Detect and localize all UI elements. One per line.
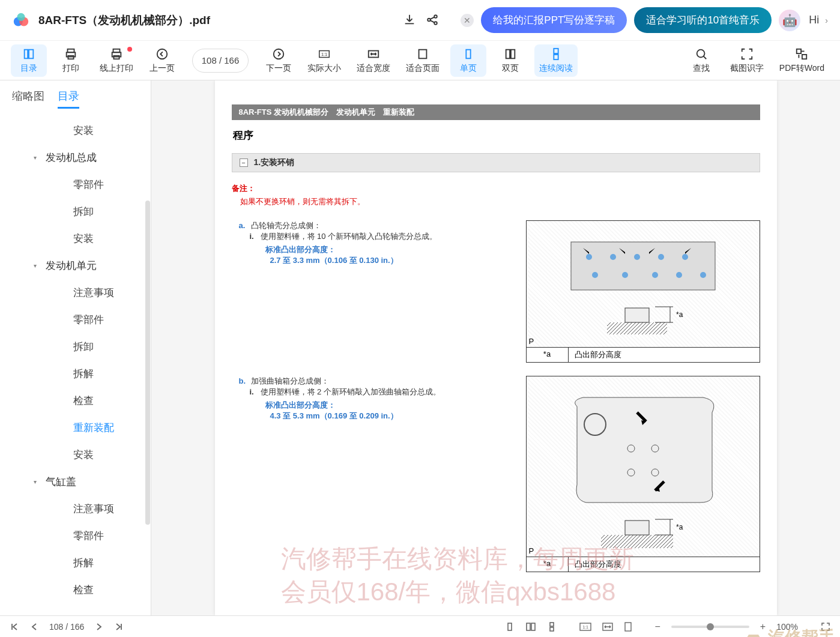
single-page-icon [462,47,475,61]
find-button[interactable]: 查找 [683,44,719,77]
sb-fit-page-icon[interactable] [624,622,632,632]
toc-group-item[interactable]: ▾气缸盖 [0,468,151,495]
promo-area: ✕ 给我的汇报PPT写份逐字稿 适合学习听的10首纯音乐 🤖 Hi › [461,7,828,33]
app-logo [12,11,30,29]
procedure-title: 程序 [233,128,759,142]
sb-actual-size-icon[interactable]: 1:1 [579,623,591,631]
sb-double-page-icon[interactable] [525,622,536,632]
toc-item-label: 安装 [73,232,94,246]
zoom-out-button[interactable]: − [655,621,660,632]
online-print-button[interactable]: 线上打印 [95,44,138,77]
promo-close-button[interactable]: ✕ [461,14,474,27]
collapse-icon[interactable]: − [240,158,248,167]
toc-item[interactable]: 拆卸 [0,198,151,225]
svg-point-38 [700,272,706,278]
page-banner: 8AR-FTS 发动机机械部分 发动机单元 重新装配 [232,104,760,120]
single-page-button[interactable]: 单页 [450,44,486,77]
toc-item[interactable]: 零部件 [0,306,151,333]
pdf-to-word-button[interactable]: PDF转Word [775,44,829,77]
convert-icon [795,47,808,61]
fit-width-button[interactable]: 适合宽度 [352,44,395,77]
toc-item[interactable]: 零部件 [0,171,151,198]
tab-toc[interactable]: 目录 [58,89,79,109]
prev-page-button[interactable]: 上一页 [144,44,180,77]
last-page-button[interactable] [114,622,124,632]
substep-a-text: a.凸轮轴壳分总成侧： i.使用塑料锤，将 10 个新环销敲入凸轮轴壳分总成。 … [232,220,514,363]
sb-continuous-icon[interactable] [547,622,557,632]
toc-item[interactable]: 检查 [0,387,151,414]
toc-item[interactable]: 安装 [0,225,151,252]
svg-rect-50 [508,623,512,630]
toc-item-label: 注意事项 [73,502,114,516]
toc-item-label: 检查 [73,583,94,597]
svg-rect-27 [802,54,806,58]
share-icon[interactable] [426,13,440,28]
cloud-print-icon [110,47,123,61]
download-icon[interactable] [403,13,417,28]
promo-button-2[interactable]: 适合学习听的10首纯音乐 [634,7,772,33]
promo-button-1[interactable]: 给我的汇报PPT写份逐字稿 [481,7,627,33]
fit-page-button[interactable]: 适合页面 [401,44,444,77]
toc-item[interactable]: 零部件 [0,522,151,549]
svg-rect-51 [527,623,530,630]
continuous-read-button[interactable]: 连续阅读 [534,44,578,77]
toc-button[interactable]: 目录 [11,44,47,77]
svg-rect-24 [554,54,558,59]
toc-item[interactable]: 重新装配 [0,414,151,441]
sidebar: 缩略图 目录 安装▾发动机总成零部件拆卸安装▾发动机单元注意事项零部件拆卸拆解检… [0,80,151,615]
svg-text:*a: *a [676,310,683,319]
first-page-button[interactable] [10,622,19,632]
svg-point-36 [652,272,658,278]
double-page-button[interactable]: 双页 [492,44,528,77]
svg-rect-58 [625,623,631,631]
zoom-slider-thumb[interactable] [707,623,714,630]
tab-thumbnails[interactable]: 缩略图 [12,89,44,109]
toc-item[interactable]: 注意事项 [0,279,151,306]
zoom-in-button[interactable]: + [760,621,766,632]
zoom-slider[interactable] [671,626,749,628]
document-viewport[interactable]: 8AR-FTS 发动机机械部分 发动机单元 重新装配 程序 − 1.安装环销 备… [151,80,840,615]
page-number-input[interactable]: 108 / 166 [192,49,249,73]
toc-item-label: 气缸盖 [46,475,76,489]
toc-item-label: 发动机总成 [46,151,97,165]
toc-item[interactable]: 安装 [0,441,151,468]
toc-item-label: 重新装配 [73,421,114,435]
next-page-sb-button[interactable] [95,623,103,631]
toc-group-item[interactable]: ▾发动机总成 [0,144,151,171]
print-icon [64,47,77,61]
toc-item-label: 安装 [73,124,94,137]
toc-item-label: 发动机单元 [46,259,97,273]
toc-item-label: 零部件 [73,178,104,192]
step-header-1[interactable]: − 1.安装环销 [232,153,760,172]
toc-item[interactable]: 拆解 [0,360,151,387]
svg-point-32 [658,254,664,260]
toc-group-item[interactable]: ▾发动机单元 [0,252,151,279]
pdf-page: 8AR-FTS 发动机机械部分 发动机单元 重新装配 程序 − 1.安装环销 备… [215,80,777,615]
diagram-b-legend: *a 凸出部分高度 [527,557,760,572]
chevron-right-circle-icon [272,47,285,61]
ocr-button[interactable]: 截图识字 [725,44,769,77]
svg-text:1:1: 1:1 [321,51,327,56]
prev-page-sb-button[interactable] [30,623,38,631]
sb-fit-width-icon[interactable] [602,623,613,631]
toc-item[interactable]: 检查 [0,576,151,603]
svg-point-37 [676,272,682,278]
print-button[interactable]: 打印 [53,44,89,77]
sb-single-page-icon[interactable] [505,622,515,632]
toc-item[interactable]: 注意事项 [0,495,151,522]
step-title: 1.安装环销 [254,157,295,168]
fullscreen-button[interactable] [821,622,830,632]
assistant-avatar[interactable]: 🤖 [779,10,800,31]
status-page-number[interactable]: 108 / 166 [49,622,84,632]
diagram-a: *a P *a 凸出部分高度 [526,220,760,363]
toc-item[interactable]: 拆卸 [0,333,151,360]
actual-size-button[interactable]: 1:1 实际大小 [303,44,346,77]
next-page-button[interactable]: 下一页 [261,44,297,77]
diagram-b: *a P *a 凸出部分高度 [526,376,760,572]
svg-rect-26 [797,49,801,53]
note-label: 备注： [232,183,760,194]
svg-point-35 [622,272,628,278]
toc-item[interactable]: 安装 [0,117,151,144]
sidebar-scrollbar-thumb[interactable] [145,201,150,525]
toc-item[interactable]: 拆解 [0,549,151,576]
